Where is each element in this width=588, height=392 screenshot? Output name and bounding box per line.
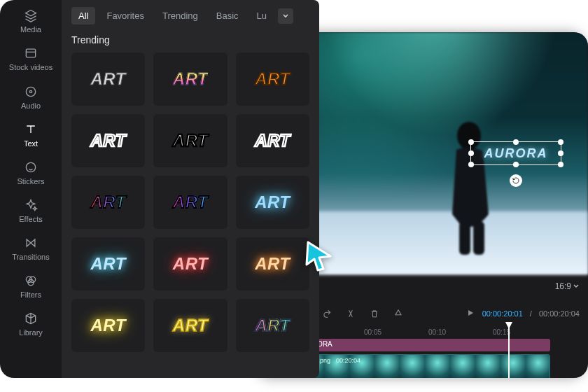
tab-basic[interactable]: Basic: [209, 7, 246, 24]
film-icon: [24, 46, 38, 60]
preview-subject: [428, 109, 505, 256]
svg-rect-2: [473, 221, 484, 255]
aspect-ratio-label: 16:9: [555, 281, 571, 291]
marker-button[interactable]: [393, 309, 403, 321]
layers-icon: [24, 8, 38, 22]
sticker-icon: [24, 160, 38, 174]
sidebar-item-audio[interactable]: Audio: [3, 78, 59, 115]
sidebar-item-filters[interactable]: Filters: [3, 267, 59, 304]
tab-truncated[interactable]: Lu: [250, 7, 274, 24]
text-style-swatch[interactable]: ART: [153, 52, 227, 106]
text-style-swatch[interactable]: ART: [236, 299, 309, 352]
text-styles-panel: All Favorites Trending Basic Lu Trending…: [62, 0, 319, 378]
text-style-swatch[interactable]: ART: [71, 52, 145, 106]
transport-controls: 00:00:20:01 / 00:00:20:04: [465, 308, 580, 319]
resize-handle-ml[interactable]: [468, 150, 474, 156]
sidebar-item-label: Library: [19, 328, 43, 337]
section-title: Trending: [71, 34, 309, 46]
text-style-swatch[interactable]: ART: [71, 299, 145, 352]
tab-favorites[interactable]: Favorites: [99, 7, 150, 24]
sidebar-item-label: Transitions: [12, 253, 49, 261]
text-style-swatch[interactable]: ART: [71, 176, 145, 229]
panel-tabs: All Favorites Trending Basic Lu: [71, 7, 309, 24]
split-button[interactable]: [346, 309, 356, 321]
timeline-text-clip[interactable]: AURORA: [298, 339, 550, 351]
style-grid: ART ART ART ART ART ART ART ART ART ART …: [71, 52, 309, 352]
text-icon: [24, 122, 38, 136]
sidebar-item-label: Stickers: [17, 177, 44, 186]
text-style-swatch[interactable]: ART: [153, 176, 227, 229]
sidebar-item-library[interactable]: Library: [3, 304, 59, 342]
rotate-handle[interactable]: [510, 174, 522, 187]
sidebar-item-label: Audio: [21, 102, 41, 110]
redo-button[interactable]: [322, 309, 332, 321]
sidebar-item-label: Media: [20, 25, 41, 34]
svg-point-4: [26, 87, 35, 96]
sparkle-icon: [24, 198, 38, 212]
ruler-mark: 00:05: [364, 328, 382, 336]
cube-icon: [24, 312, 38, 326]
sidebar-item-label: Stock videos: [9, 63, 52, 72]
sidebar-item-media[interactable]: Media: [3, 1, 59, 39]
delete-button[interactable]: [370, 309, 379, 321]
ruler-mark: 00:10: [428, 328, 446, 336]
timeline-playhead[interactable]: [508, 323, 510, 378]
sidebar-item-transitions[interactable]: Transitions: [3, 229, 59, 267]
timecode-sep: /: [530, 309, 532, 318]
text-style-swatch[interactable]: ART: [236, 176, 309, 229]
chevron-down-icon: [282, 13, 289, 20]
tabs-overflow-button[interactable]: [278, 8, 293, 24]
filters-icon: [24, 274, 38, 288]
resize-handle-mr[interactable]: [558, 150, 564, 156]
chevron-down-icon: [573, 283, 580, 290]
transitions-icon: [24, 236, 38, 250]
sidebar-item-label: Text: [24, 139, 38, 148]
sidebar-rail: Media Stock videos Audio Text Stickers E…: [0, 0, 62, 378]
resize-handle-bm[interactable]: [513, 162, 519, 167]
aspect-ratio-selector[interactable]: 16:9: [555, 281, 580, 291]
text-style-swatch[interactable]: ART: [153, 237, 227, 290]
text-overlay[interactable]: AURORA: [484, 146, 548, 161]
sidebar-item-stickers[interactable]: Stickers: [3, 153, 59, 191]
disc-icon: [24, 85, 38, 99]
timeline-tracks[interactable]: AURORA Photo.png 00:20:04: [298, 339, 578, 378]
svg-rect-3: [26, 49, 35, 57]
text-style-swatch[interactable]: ART: [71, 237, 145, 290]
resize-handle-bl[interactable]: [468, 162, 474, 167]
text-style-swatch[interactable]: ART: [236, 114, 309, 167]
sidebar-item-effects[interactable]: Effects: [3, 191, 59, 229]
tab-all[interactable]: All: [71, 7, 95, 24]
timeline-video-clip[interactable]: Photo.png 00:20:04: [298, 354, 550, 378]
sidebar-item-label: Effects: [19, 215, 42, 223]
timecode-total: 00:00:20:04: [539, 309, 580, 318]
timecode-current: 00:00:20:01: [482, 309, 523, 318]
resize-handle-tl[interactable]: [468, 139, 474, 145]
resize-handle-tr[interactable]: [558, 139, 564, 145]
text-style-swatch[interactable]: ART: [153, 299, 227, 352]
resize-handle-tm[interactable]: [513, 139, 519, 145]
text-style-swatch[interactable]: ART: [236, 237, 309, 290]
svg-point-5: [29, 90, 31, 92]
text-overlay-bbox[interactable]: AURORA: [470, 141, 561, 165]
sidebar-item-stock-videos[interactable]: Stock videos: [3, 39, 59, 78]
text-style-swatch[interactable]: ART: [153, 114, 227, 167]
sidebar-item-text[interactable]: Text: [3, 115, 59, 153]
timeline-video-clip-duration: 00:20:04: [336, 357, 360, 364]
resize-handle-br[interactable]: [558, 162, 564, 167]
svg-rect-1: [459, 221, 470, 255]
text-style-swatch[interactable]: ART: [71, 114, 145, 167]
sidebar-item-label: Filters: [20, 290, 41, 299]
cursor-icon: [302, 238, 336, 272]
play-button[interactable]: [465, 308, 475, 319]
text-style-swatch[interactable]: ART: [236, 52, 309, 106]
svg-point-6: [26, 162, 35, 172]
tab-trending[interactable]: Trending: [155, 7, 205, 24]
